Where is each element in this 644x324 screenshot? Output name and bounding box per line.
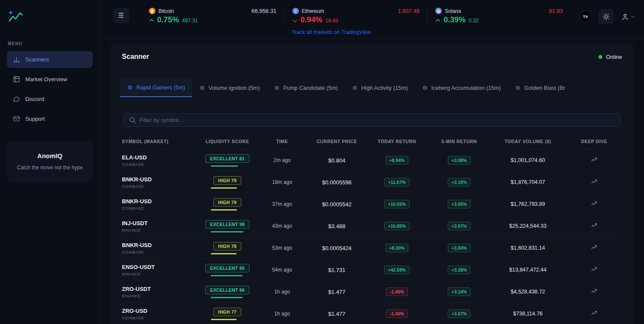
status-label: Online <box>606 54 622 60</box>
symbol: BNKR-USD <box>122 242 198 248</box>
deep-dive-chart-icon <box>591 244 598 251</box>
sidebar-item-discord[interactable]: Discord <box>7 91 93 107</box>
tab-label: Rapid Gainers (5m) <box>137 84 185 91</box>
tradingview-logo[interactable]: TV <box>580 11 591 22</box>
ticker-item-ethereum[interactable]: Ξ Ethereum 1,937.48 0.94% 18.43 <box>284 6 428 24</box>
today-return-badge: +10.55% <box>384 200 410 208</box>
sidebar-item-scanners[interactable]: Scanners <box>7 51 93 68</box>
change-direction-icon <box>149 17 154 24</box>
table-row[interactable]: BNKR-USD COINBASE HIGH 79 37m ago <box>121 193 623 215</box>
liquidity-scorefill <box>211 187 237 189</box>
today-volume: $1,762,793.89 <box>490 201 565 207</box>
scanner-tab[interactable]: High Activity (15m) <box>345 79 415 97</box>
symbol: BNKR-USD <box>122 176 198 183</box>
5min-return-badge: +3.15% <box>448 178 471 186</box>
market: COINBASE <box>122 162 198 167</box>
current-price: $0.0005424 <box>308 245 366 251</box>
table-row[interactable]: ENSO-USDT BINANCE EXCELLENT 95 54m ago <box>121 259 623 281</box>
symbol-filter-input[interactable] <box>124 113 620 127</box>
column-header-price: CURRENT PRICE <box>308 139 366 144</box>
deep-dive-button[interactable] <box>589 242 600 254</box>
liquidity-scorefill <box>211 209 237 211</box>
time-ago: 43m ago <box>256 223 308 229</box>
5min-return-badge: +3.05% <box>448 200 471 208</box>
current-price: $1.731 <box>308 267 366 273</box>
market: COINBASE <box>122 206 198 211</box>
sun-icon <box>602 13 610 21</box>
liquidity-scorebar <box>211 187 244 189</box>
symbol-cell: ELA-USD COINBASE <box>121 154 198 167</box>
today-volume: $13,847,472.44 <box>490 267 565 273</box>
table-row[interactable]: BNKR-USD COINBASE HIGH 79 18m ago <box>121 171 623 193</box>
account-menu[interactable] <box>621 12 635 21</box>
liquidity-cell: HIGH 77 <box>198 308 256 320</box>
scanner-tab[interactable]: Iceberg Accumulation (15m) <box>415 79 508 97</box>
main-content: Scanner Online Rapid Gainers (5m) <box>100 39 644 324</box>
online-dot-icon <box>598 55 602 59</box>
deep-dive-chart-icon <box>591 287 598 295</box>
gear-icon <box>515 85 520 91</box>
today-return-badge: +11.67% <box>384 178 410 186</box>
table-row[interactable]: INJ-USDT BINANCE EXCELLENT 98 43m ago <box>121 215 623 237</box>
promo-card: AnomIQ Catch the move not the hype <box>7 141 93 182</box>
coin-change-abs: 497.31 <box>182 18 198 24</box>
deep-dive-button[interactable] <box>589 198 600 210</box>
deep-dive-button[interactable] <box>589 154 600 166</box>
5min-return-badge: +3.14% <box>448 287 471 296</box>
ticker-item-solana[interactable]: ◎ Solana 81.93 0.39% 0.32 <box>427 6 571 24</box>
coin-name: Ethereum <box>302 8 324 14</box>
column-header-5min-return: 5-MIN RETURN <box>428 139 490 144</box>
deep-dive-button[interactable] <box>589 308 600 320</box>
sidebar-item-market-overview[interactable]: Market Overview <box>7 71 93 88</box>
tradingview-link[interactable]: Track all markets on TradingView <box>113 29 550 35</box>
current-price: $3.488 <box>308 223 366 229</box>
ticker-item-bitcoin[interactable]: ฿ Bitcoin 66,958.31 0.75% 497.31 <box>141 6 284 24</box>
scanner-tab[interactable]: Golden Blast (Br <box>508 79 572 97</box>
deep-dive-button[interactable] <box>589 286 600 298</box>
column-header-today-return: TODAY RETURN <box>366 139 428 144</box>
liquidity-scorebar <box>211 275 244 276</box>
liquidity-cell: HIGH 78 <box>198 242 256 254</box>
liquidity-badge: EXCELLENT 95 <box>205 264 249 272</box>
symbol: ENSO-USDT <box>122 264 198 270</box>
time-ago: 1h ago <box>256 311 308 317</box>
table-row[interactable]: ZRO-USD COINBASE HIGH 77 1h ago <box>121 303 623 324</box>
gear-icon <box>422 85 428 91</box>
table-row[interactable]: BNKR-USD COINBASE HIGH 78 53m ago <box>121 237 623 259</box>
menu-section-label: MENU <box>8 41 93 46</box>
deep-dive-chart-icon <box>591 266 598 273</box>
liquidity-cell: EXCELLENT 96 <box>198 286 256 298</box>
scanner-tab[interactable]: Pump Candidate (5m) <box>267 79 345 97</box>
bitcoin-icon: ฿ <box>149 8 155 14</box>
time-ago: 18m ago <box>256 179 308 185</box>
5min-return-badge: +3.04% <box>448 244 471 252</box>
liquidity-cell: EXCELLENT 95 <box>198 264 256 276</box>
symbol-cell: BNKR-USD COINBASE <box>121 198 198 211</box>
sidebar-item-support[interactable]: Support <box>7 110 93 127</box>
deep-dive-button[interactable] <box>589 264 600 276</box>
time-ago: 2m ago <box>256 157 308 163</box>
deep-dive-button[interactable] <box>589 176 600 188</box>
coin-name: Solana <box>445 8 461 14</box>
liquidity-scorefill <box>211 165 238 167</box>
sidebar-item-label: Discord <box>25 96 44 102</box>
today-return-badge: +16.85% <box>384 222 410 230</box>
table-row[interactable]: ELA-USD COINBASE EXCELLENT 81 2m ago <box>121 150 623 171</box>
table-row[interactable]: ZRO-USDT BINANCE EXCELLENT 96 1h ago <box>121 281 623 303</box>
ethereum-icon: Ξ <box>292 8 299 14</box>
mail-icon <box>13 115 20 122</box>
scanner-tab[interactable]: Rapid Gainers (5m) <box>120 79 192 97</box>
app-root: MENU Scanners Market Overview Discord Su… <box>0 0 644 324</box>
time-ago: 53m ago <box>256 245 308 251</box>
liquidity-scorefill <box>211 253 237 254</box>
scanner-tab[interactable]: Volume Ignition (5m) <box>192 79 267 97</box>
deep-dive-button[interactable] <box>589 220 600 232</box>
symbol-cell: BNKR-USD COINBASE <box>121 242 198 254</box>
search-icon <box>129 116 136 125</box>
theme-toggle-button[interactable] <box>598 9 614 24</box>
today-return-badge: -1.40% <box>386 287 408 296</box>
tab-label: High Activity (15m) <box>361 85 407 91</box>
coin-price: 81.93 <box>549 8 563 14</box>
hamburger-menu-button[interactable]: ☰ <box>113 8 129 23</box>
symbol: BNKR-USD <box>122 198 198 205</box>
